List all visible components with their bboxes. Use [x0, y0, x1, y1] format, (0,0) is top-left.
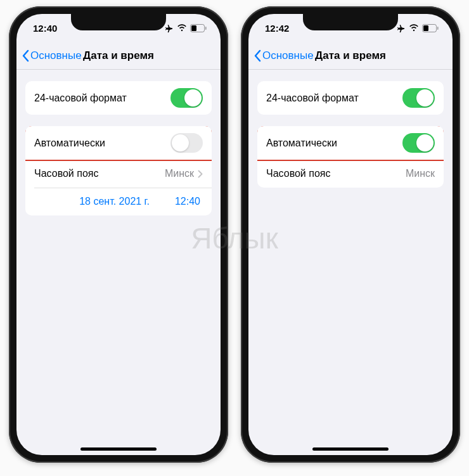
page-title: Дата и время	[315, 49, 386, 62]
toggle-auto[interactable]	[170, 133, 203, 153]
row-label: Автоматически	[266, 138, 337, 149]
status-right-icons	[396, 23, 439, 33]
toggle-auto[interactable]	[402, 133, 435, 153]
chevron-right-icon	[198, 170, 203, 178]
row-datetime[interactable]: 18 сент. 2021 г. 12:40	[25, 188, 212, 215]
toggle-knob	[172, 134, 189, 151]
status-time: 12:42	[265, 23, 289, 34]
row-timezone: Часовой пояс Минск	[257, 160, 444, 188]
toggle-knob	[416, 89, 434, 106]
status-time: 12:40	[33, 23, 57, 34]
svg-rect-5	[437, 27, 439, 30]
date-value: 18 сент. 2021 г.	[79, 196, 150, 207]
screen: 12:42 Основные Дата и время	[248, 14, 453, 455]
nav-bar: Основные Дата и время	[16, 42, 221, 70]
back-button[interactable]: Основные	[22, 49, 82, 62]
home-indicator[interactable]	[312, 447, 389, 451]
phone-frame-right: 12:42 Основные Дата и время	[241, 6, 460, 463]
timezone-value: Минск	[165, 168, 194, 179]
toggle-knob	[416, 134, 434, 151]
home-indicator[interactable]	[80, 447, 157, 451]
back-button[interactable]: Основные	[254, 49, 314, 62]
nav-bar: Основные Дата и время	[248, 42, 453, 70]
back-label: Основные	[30, 49, 82, 62]
row-24h-format[interactable]: 24-часовой формат	[25, 81, 212, 115]
airplane-icon	[164, 23, 174, 33]
notch	[303, 14, 398, 30]
row-label: Часовой пояс	[266, 168, 330, 179]
row-value: Минск	[406, 168, 435, 179]
svg-rect-4	[423, 25, 428, 31]
battery-icon	[422, 24, 439, 32]
row-24h-format[interactable]: 24-часовой формат	[257, 81, 444, 115]
row-label: 24-часовой формат	[34, 93, 127, 104]
status-right-icons	[164, 23, 207, 33]
group-24h: 24-часовой формат	[25, 81, 212, 115]
row-auto[interactable]: Автоматически	[257, 126, 444, 160]
svg-rect-2	[205, 27, 207, 30]
toggle-knob	[184, 89, 202, 106]
row-label: 24-часовой формат	[266, 93, 359, 104]
group-auto-timezone: Автоматически Часовой пояс Минск	[257, 126, 444, 188]
wifi-icon	[177, 24, 187, 32]
time-value: 12:40	[175, 196, 200, 207]
chevron-left-icon	[254, 49, 261, 62]
toggle-24h[interactable]	[170, 88, 203, 108]
group-auto-timezone: Автоматически Часовой пояс Минск 18 сент…	[25, 126, 212, 215]
row-label: Часовой пояс	[34, 168, 98, 179]
row-auto[interactable]: Автоматически	[25, 126, 212, 160]
notch	[71, 14, 166, 30]
chevron-left-icon	[22, 49, 29, 62]
phone-frame-left: 12:40 Основные Дата и время	[9, 6, 228, 463]
row-timezone[interactable]: Часовой пояс Минск	[25, 160, 212, 188]
page-title: Дата и время	[83, 49, 154, 62]
battery-icon	[190, 24, 207, 32]
content-area: 24-часовой формат Автоматически Часовой …	[16, 70, 221, 455]
airplane-icon	[396, 23, 406, 33]
row-value: Минск	[165, 168, 203, 179]
row-label: Автоматически	[34, 138, 105, 149]
svg-rect-1	[191, 25, 196, 31]
timezone-value: Минск	[406, 168, 435, 179]
toggle-24h[interactable]	[402, 88, 435, 108]
group-24h: 24-часовой формат	[257, 81, 444, 115]
wifi-icon	[409, 24, 419, 32]
back-label: Основные	[262, 49, 314, 62]
screen: 12:40 Основные Дата и время	[16, 14, 221, 455]
content-area: 24-часовой формат Автоматически Часовой …	[248, 70, 453, 455]
